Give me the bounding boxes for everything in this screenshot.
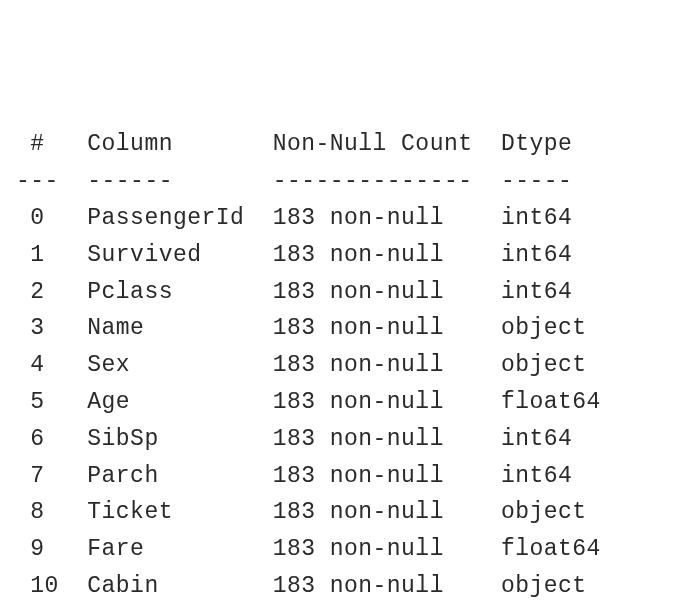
- row-dtype: int64: [501, 205, 601, 231]
- row-index: 9: [16, 536, 59, 562]
- row-index: 7: [16, 463, 59, 489]
- row-index: 1: [16, 242, 59, 268]
- row-dtype: float64: [501, 389, 601, 415]
- row-count: 183 non-null: [273, 205, 473, 231]
- header-count: Non-Null Count: [273, 131, 473, 157]
- row-index: 4: [16, 352, 59, 378]
- row-column: Fare: [87, 536, 244, 562]
- row-count: 183 non-null: [273, 536, 473, 562]
- row-count: 183 non-null: [273, 389, 473, 415]
- row-column: Age: [87, 389, 244, 415]
- row-index: 10: [16, 573, 59, 599]
- row-column: Ticket: [87, 499, 244, 525]
- row-column: Pclass: [87, 279, 244, 305]
- row-count: 183 non-null: [273, 463, 473, 489]
- row-index: 2: [16, 279, 59, 305]
- row-count: 183 non-null: [273, 242, 473, 268]
- row-index: 6: [16, 426, 59, 452]
- row-column: Name: [87, 315, 244, 341]
- row-column: PassengerId: [87, 205, 244, 231]
- row-column: SibSp: [87, 426, 244, 452]
- row-index: 8: [16, 499, 59, 525]
- row-dtype: int64: [501, 242, 601, 268]
- header-dtype: Dtype: [501, 131, 601, 157]
- separator-count: --------------: [273, 168, 473, 194]
- row-dtype: int64: [501, 426, 601, 452]
- row-dtype: object: [501, 352, 601, 378]
- header-column: Column: [87, 131, 244, 157]
- row-dtype: int64: [501, 463, 601, 489]
- row-count: 183 non-null: [273, 426, 473, 452]
- row-dtype: object: [501, 573, 601, 599]
- row-count: 183 non-null: [273, 315, 473, 341]
- info-output: # Column Non-Null Count Dtype --- ------…: [16, 126, 682, 608]
- row-dtype: float64: [501, 536, 601, 562]
- row-index: 3: [16, 315, 59, 341]
- separator-dtype: -----: [501, 168, 601, 194]
- row-column: Parch: [87, 463, 244, 489]
- header-index: #: [16, 131, 59, 157]
- row-count: 183 non-null: [273, 352, 473, 378]
- row-column: Cabin: [87, 573, 244, 599]
- row-column: Sex: [87, 352, 244, 378]
- row-dtype: object: [501, 499, 601, 525]
- row-count: 183 non-null: [273, 573, 473, 599]
- row-index: 5: [16, 389, 59, 415]
- separator-column: ------: [87, 168, 244, 194]
- row-dtype: object: [501, 315, 601, 341]
- row-count: 183 non-null: [273, 499, 473, 525]
- row-count: 183 non-null: [273, 279, 473, 305]
- row-index: 0: [16, 205, 59, 231]
- row-dtype: int64: [501, 279, 601, 305]
- row-column: Survived: [87, 242, 244, 268]
- separator-index: ---: [16, 168, 59, 194]
